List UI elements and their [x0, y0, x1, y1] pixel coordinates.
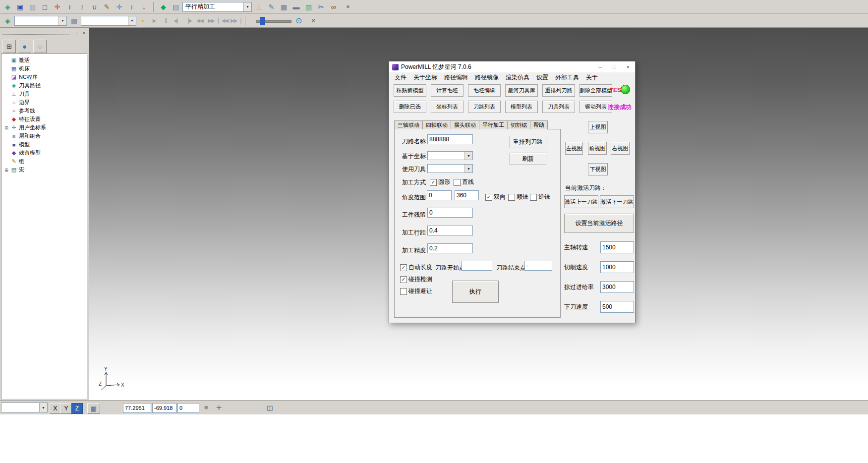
mode-circle-checkbox[interactable]: ✓ 圆形 — [430, 178, 450, 186]
checkbox-box[interactable]: ✓ — [485, 194, 492, 201]
tolerance-input[interactable] — [427, 243, 473, 253]
chart-icon[interactable]: ▥ — [303, 2, 313, 12]
delete-selected-button[interactable]: 删除已选 — [394, 101, 426, 113]
execute-button[interactable]: 执行 — [452, 281, 499, 303]
simulation-object-combo[interactable]: ▼ — [81, 16, 136, 26]
tree-expander-icon[interactable]: ⊞ — [4, 125, 9, 130]
menu-path-edit[interactable]: 路径编辑 — [441, 73, 471, 82]
view-bottom-button[interactable]: 下视图 — [588, 163, 608, 175]
rearrange-toolpaths-button[interactable]: 重排列刀路 — [542, 84, 575, 97]
jump-start-icon[interactable]: ▏◀◀ — [218, 16, 228, 26]
block-edit-button[interactable]: 毛坯编辑 — [468, 84, 501, 97]
tree-item-nc-programs[interactable]: ◪ NC程序 — [3, 73, 87, 81]
tab-four-axis[interactable]: 四轴联动 — [422, 120, 451, 129]
tree-item-boundaries[interactable]: ○ 边界 — [3, 98, 87, 107]
collision-check-checkbox[interactable]: ✓ 碰撞检测 — [400, 275, 432, 284]
rewind-icon[interactable]: ◀◀ — [195, 16, 204, 26]
step-forward-icon[interactable]: ▕▶ — [184, 16, 193, 26]
start-point-input[interactable] — [462, 261, 492, 271]
coord-y-input[interactable] — [152, 403, 176, 413]
end-point-input[interactable] — [524, 261, 552, 271]
save-icon[interactable]: ▣ — [15, 2, 25, 12]
grid-toggle-button[interactable]: ▦ — [87, 403, 100, 414]
delete-all-models-button[interactable]: 删除全部模型 — [579, 84, 612, 97]
chevron-down-icon[interactable]: ▼ — [39, 403, 47, 412]
toolpath-verify-icon[interactable]: ≀ — [126, 2, 136, 12]
keyboard-icon[interactable]: ▬ — [291, 2, 301, 12]
tab-swivel-head[interactable]: 摆头联动 — [451, 120, 479, 129]
axis-y-button[interactable]: Y — [60, 403, 72, 414]
view-right-button[interactable]: 右视图 — [611, 142, 630, 155]
activate-next-button[interactable]: 激活下一刀路 — [600, 195, 634, 208]
leads-links-icon[interactable]: ∪ — [89, 2, 99, 12]
tool-library-button[interactable]: 星河刀具库 — [505, 84, 538, 97]
chevron-down-icon[interactable]: ▼ — [58, 16, 66, 25]
mode-line-checkbox[interactable]: 直线 — [454, 178, 474, 186]
tab-help[interactable]: 帮助 — [530, 120, 548, 129]
print-icon[interactable]: ▤ — [27, 2, 37, 12]
use-tool-select[interactable]: ▼ — [427, 164, 473, 173]
explorer-tree-toggle-icon[interactable]: ⊞ — [2, 40, 16, 53]
rearrange-button[interactable]: 重排列刀路 — [510, 136, 546, 148]
play-icon[interactable]: ▶ — [150, 16, 159, 26]
clock-icon[interactable]: ⊙ — [293, 16, 303, 26]
climb-checkbox[interactable]: 顺铣 — [508, 193, 528, 201]
stock-allowance-input[interactable] — [427, 208, 473, 218]
toolpath-name-input[interactable] — [427, 134, 473, 144]
levels-icon-2[interactable]: ◈ — [2, 16, 12, 26]
dialog-title-bar[interactable]: PowerMILL 忆梦星河 7.0.6 ─ □ × — [389, 61, 635, 72]
slider-handle[interactable] — [260, 17, 265, 25]
bidirectional-checkbox[interactable]: ✓ 双向 — [485, 193, 506, 201]
menu-render-sim[interactable]: 渲染仿真 — [502, 73, 533, 82]
tree-item-feature-sets[interactable]: ◆ 特征设置 — [3, 115, 87, 123]
draw-pencil-icon[interactable]: ✎ — [102, 2, 112, 12]
view-front-button[interactable]: 前视图 — [588, 142, 607, 155]
checkbox-box[interactable] — [530, 194, 537, 201]
list-icon[interactable]: ≡ — [204, 404, 208, 411]
tree-item-levels[interactable]: ≡ 层和组合 — [3, 132, 87, 140]
panel-grip[interactable] — [2, 32, 69, 35]
panel-close-button[interactable]: × — [81, 30, 87, 36]
menu-file[interactable]: 文件 — [391, 73, 410, 82]
auto-length-checkbox[interactable]: ✓ 自动长度 — [400, 263, 432, 272]
pause-icon[interactable]: ‖ — [161, 16, 170, 26]
checkbox-box[interactable]: ✓ — [400, 264, 407, 271]
toolpath-list-button[interactable]: 刀路列表 — [468, 101, 501, 113]
axis-x-button[interactable]: X — [50, 403, 61, 414]
levels-icon[interactable]: ◆ — [158, 2, 168, 12]
tree-item-patterns[interactable]: ≈ 参考线 — [3, 107, 87, 115]
tree-item-toolpaths[interactable]: ◈ 刀具路径 — [3, 81, 87, 90]
chevron-down-icon[interactable]: ▼ — [243, 2, 251, 11]
status-combo[interactable]: ▼ — [1, 403, 48, 412]
skim-feed-input[interactable] — [600, 281, 634, 293]
tree-item-groups[interactable]: ✎ 组 — [3, 157, 87, 166]
menu-path-mirror[interactable]: 路径镜像 — [471, 73, 502, 82]
view-top-button[interactable]: 上视图 — [588, 121, 608, 133]
checkbox-box[interactable]: ✓ — [400, 276, 407, 283]
close-button[interactable]: × — [621, 61, 635, 72]
angle-from-input[interactable] — [427, 190, 452, 200]
collision-avoid-checkbox[interactable]: 碰撞避让 — [400, 287, 432, 295]
binoculars-icon[interactable]: ∞ — [328, 2, 338, 12]
tab-saw[interactable]: 切割锯 — [507, 120, 530, 129]
view-left-button[interactable]: 左视图 — [565, 142, 583, 155]
tree-item-macros[interactable]: ⊞ ▤ 宏 — [3, 166, 87, 174]
stats-pencil-icon[interactable]: ✎ — [266, 2, 276, 12]
panel-float-button[interactable]: ▫ — [73, 30, 80, 36]
menu-external-tools[interactable]: 外部工具 — [552, 73, 582, 82]
tree-expander-icon[interactable]: ⊞ — [4, 168, 9, 173]
plunge-feed-input[interactable] — [600, 301, 634, 313]
menu-about[interactable]: 关于 — [582, 73, 601, 82]
checkbox-box[interactable] — [454, 179, 461, 186]
tab-parallel[interactable]: 平行加工 — [479, 120, 508, 129]
tree-item-tools[interactable]: ⊥ 刀具 — [3, 90, 87, 98]
fixture-icon[interactable]: ▦ — [69, 16, 79, 26]
toolpath-curve-icon[interactable]: ≀ — [64, 2, 74, 12]
tool-database-icon[interactable]: ⊥ — [254, 2, 264, 12]
toolpath-edit-icon[interactable]: ≀ — [77, 2, 87, 12]
chevron-down-icon[interactable]: ▼ — [128, 16, 136, 25]
base-coord-select[interactable]: ▼ — [427, 151, 473, 160]
block-model-icon[interactable]: ◻ — [40, 2, 50, 12]
checkbox-box[interactable]: ✓ — [430, 179, 437, 186]
page-icon[interactable]: ◫ — [267, 404, 273, 411]
